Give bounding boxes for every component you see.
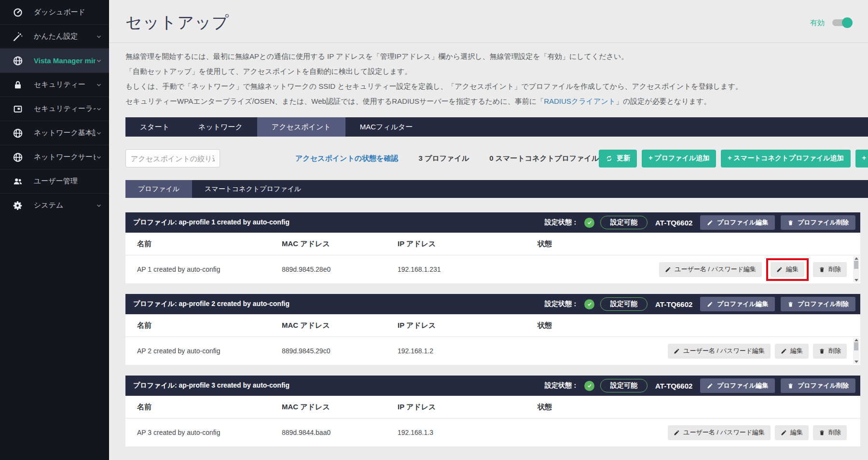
ap-ip: 192.168.1.3 xyxy=(386,429,526,436)
ap-name: AP 2 created by auto-config xyxy=(125,347,270,355)
description-line: 「自動セットアップ」を使用して、アクセスポイントを自動的に検出して設定します。 xyxy=(125,64,854,79)
scroll-up-icon[interactable] xyxy=(854,339,858,341)
lock-icon xyxy=(13,80,23,90)
chevron-down-icon xyxy=(96,130,102,137)
profile-edit-button[interactable]: プロファイル編集 xyxy=(700,297,775,311)
profile-delete-button[interactable]: プロファイル削除 xyxy=(781,215,855,230)
sidebar-item-network-services[interactable]: ネットワークサービス xyxy=(0,145,109,169)
globe-icon xyxy=(13,152,23,163)
pencil-icon xyxy=(707,383,713,389)
ap-table: 名前 MAC アドレス IP アドレス 状態 AP 2 created by a… xyxy=(125,314,860,365)
column-name: 名前 xyxy=(125,403,270,412)
delete-ap-label: 削除 xyxy=(828,265,841,274)
add-profile-button[interactable]: + プロファイル追加 xyxy=(642,150,716,167)
device-model: AT-TQ6602 xyxy=(655,300,692,308)
main-tabbar: スタート ネットワーク アクセスポイント MACフィルター xyxy=(125,117,868,137)
column-mac: MAC アドレス xyxy=(270,403,386,412)
tab-network[interactable]: ネットワーク xyxy=(184,117,257,137)
check-ap-status-link[interactable]: アクセスポイントの状態を確認 xyxy=(295,154,399,163)
trash-icon xyxy=(787,301,794,307)
sidebar-item-security[interactable]: セキュリティー xyxy=(0,72,109,97)
pencil-icon xyxy=(707,301,713,307)
scroll-down-icon[interactable] xyxy=(854,279,858,281)
sidebar-item-dashboard[interactable]: ダッシュボード xyxy=(0,0,109,24)
sidebar-item-easy-setup[interactable]: かんたん設定 xyxy=(0,24,109,48)
check-icon xyxy=(584,218,594,228)
tab-access-point[interactable]: アクセスポイント xyxy=(257,117,345,137)
profile-delete-button[interactable]: プロファイル削除 xyxy=(781,297,855,311)
profile-section-2: プロファイル: ap-profile 2 created by auto-con… xyxy=(125,294,860,365)
add-smart-connect-profile-button[interactable]: + スマートコネクトプロファイル追加 xyxy=(721,150,850,167)
profile-edit-button[interactable]: プロファイル編集 xyxy=(700,215,775,230)
red-highlight-annotation: 編集 xyxy=(766,258,809,281)
edit-username-password-button[interactable]: ユーザー名 / パスワード編集 xyxy=(659,262,762,277)
trash-icon xyxy=(787,383,794,389)
delete-ap-label: 削除 xyxy=(828,347,841,355)
wireless-enable-toggle[interactable] xyxy=(831,17,853,28)
chevron-down-icon xyxy=(96,57,102,64)
table-header: 名前 MAC アドレス IP アドレス 状態 xyxy=(125,314,860,337)
edit-username-password-label: ユーザー名 / パスワード編集 xyxy=(683,428,765,437)
profile-edit-label: プロファイル編集 xyxy=(717,381,768,390)
column-name: 名前 xyxy=(125,239,270,249)
add-access-point-button[interactable]: + アクセスポイント追加 xyxy=(855,150,868,167)
sidebar-item-vista-manager-mini[interactable]: Vista Manager mini xyxy=(0,48,109,72)
radius-client-link[interactable]: RADIUSクライアント xyxy=(544,97,616,105)
smart-connect-profile-count: 0 スマートコネクトプロファイル xyxy=(489,154,599,163)
sidebar-item-label: ユーザー管理 xyxy=(34,177,78,186)
license-icon xyxy=(13,104,23,114)
sidebar-item-user-management[interactable]: ユーザー管理 xyxy=(0,169,109,193)
gear-icon xyxy=(13,200,23,211)
table-scrollbar[interactable] xyxy=(853,338,859,364)
app-window: ダッシュボード かんたん設定 Vista Manager mini xyxy=(0,0,868,460)
profile-edit-button[interactable]: プロファイル編集 xyxy=(700,378,775,393)
enable-toggle-label: 有効 xyxy=(810,18,825,28)
ap-filter-input[interactable] xyxy=(125,149,220,167)
sidebar-item-security-license[interactable]: セキュリティーライセ... xyxy=(0,97,109,121)
edit-ap-label: 編集 xyxy=(790,347,803,355)
scrollbar-thumb[interactable] xyxy=(854,261,858,269)
delete-ap-button[interactable]: 削除 xyxy=(813,344,847,359)
pencil-icon xyxy=(781,348,787,354)
sidebar-item-network-basic[interactable]: ネットワーク基本設定 xyxy=(0,121,109,145)
sidebar-item-label: ダッシュボード xyxy=(34,8,85,17)
edit-ap-button[interactable]: 編集 xyxy=(775,344,809,359)
config-status-label: 設定状態： xyxy=(545,381,579,390)
description-line: 無線管理を開始するには、最初に無線APとの通信に使用する IP アドレスを「管理… xyxy=(125,49,854,64)
subtab-profile[interactable]: プロファイル xyxy=(125,180,192,198)
status-badge[interactable]: 設定可能 xyxy=(600,216,648,229)
table-scrollbar[interactable] xyxy=(853,256,859,282)
edit-username-password-label: ユーザー名 / パスワード編集 xyxy=(675,265,756,274)
table-header: 名前 MAC アドレス IP アドレス 状態 xyxy=(125,233,860,255)
edit-ap-button[interactable]: 編集 xyxy=(771,262,804,277)
tab-start[interactable]: スタート xyxy=(125,117,184,137)
delete-ap-button[interactable]: 削除 xyxy=(813,425,847,440)
profile-title: プロファイル: ap-profile 1 created by auto-con… xyxy=(133,218,289,227)
delete-ap-button[interactable]: 削除 xyxy=(813,262,847,277)
ap-table: 名前 MAC アドレス IP アドレス 状態 AP 3 created by a… xyxy=(125,396,860,446)
sidebar-item-system[interactable]: システム xyxy=(0,193,109,217)
refresh-button[interactable]: 更新 xyxy=(599,150,637,167)
status-badge[interactable]: 設定可能 xyxy=(600,297,648,311)
edit-username-password-button[interactable]: ユーザー名 / パスワード編集 xyxy=(668,425,771,440)
profile-delete-button[interactable]: プロファイル削除 xyxy=(781,378,855,393)
edit-ap-button[interactable]: 編集 xyxy=(775,425,809,440)
column-ip: IP アドレス xyxy=(386,403,526,412)
subtab-smart-connect-profile[interactable]: スマートコネクトプロファイル xyxy=(192,180,314,198)
scroll-down-icon[interactable] xyxy=(854,361,858,363)
trash-icon xyxy=(819,266,825,273)
profile-subtabbar: プロファイル スマートコネクトプロファイル xyxy=(125,180,868,198)
edit-username-password-button[interactable]: ユーザー名 / パスワード編集 xyxy=(668,344,771,359)
pencil-icon xyxy=(674,430,680,436)
scrollbar-thumb[interactable] xyxy=(854,342,858,350)
status-badge[interactable]: 設定可能 xyxy=(600,379,648,392)
ap-table: 名前 MAC アドレス IP アドレス 状態 AP 1 created by a… xyxy=(125,233,860,283)
tab-mac-filter[interactable]: MACフィルター xyxy=(345,117,427,137)
gauge-icon xyxy=(13,7,23,17)
globe-icon xyxy=(13,56,23,66)
scroll-up-icon[interactable] xyxy=(854,257,858,260)
ap-mac: 889d.9845.29c0 xyxy=(270,347,386,355)
refresh-label: 更新 xyxy=(617,154,630,163)
chevron-down-icon xyxy=(96,154,102,161)
pencil-icon xyxy=(707,220,713,226)
